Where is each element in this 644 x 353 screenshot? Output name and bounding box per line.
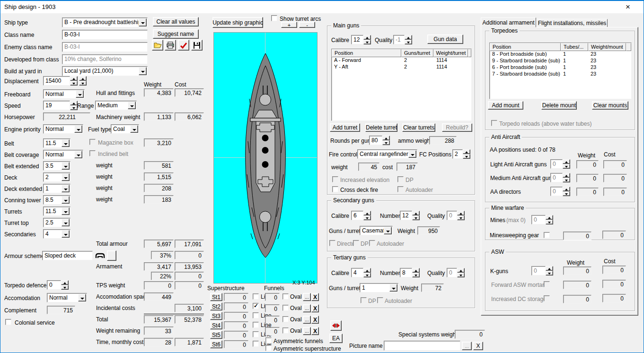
save-button[interactable] xyxy=(191,40,203,51)
tertiary-quality-stepper[interactable] xyxy=(457,268,465,277)
col-weight-turret[interactable]: Weight/turret xyxy=(433,49,468,57)
class-name-input[interactable]: B-03-I xyxy=(62,30,148,40)
mines-stepper[interactable] xyxy=(546,215,553,224)
st6-line-checkbox[interactable] xyxy=(253,341,259,347)
k-guns-stepper[interactable] xyxy=(546,266,553,276)
developed-from-input[interactable]: 10% change, Solferino xyxy=(62,54,148,64)
funnel4-oval-checkbox[interactable] xyxy=(282,327,289,334)
speed-input[interactable]: 19 xyxy=(43,101,70,110)
table-row[interactable]: 8 - Port broadside (sub) 1 23 xyxy=(490,51,631,58)
clear-mounts-button[interactable]: Clear mounts xyxy=(592,101,628,110)
belt-select[interactable]: 11.5 xyxy=(43,138,71,148)
tertiary-quality-input[interactable]: 0 xyxy=(447,268,457,277)
funnel2-oval-checkbox[interactable] xyxy=(282,305,289,311)
show-turret-arcs-checkbox[interactable] xyxy=(271,15,277,21)
zoom-out-button[interactable]: - xyxy=(299,22,315,28)
deck-select[interactable]: 2 xyxy=(43,172,71,182)
displacement-fine-stepper[interactable] xyxy=(79,76,87,86)
speed-stepper[interactable] xyxy=(70,101,78,110)
chevron-down-icon[interactable] xyxy=(62,139,70,147)
chevron-down-icon[interactable] xyxy=(62,173,70,181)
add-turret-button[interactable]: Add turret xyxy=(330,123,360,132)
chevron-down-icon[interactable] xyxy=(74,151,82,158)
medium-aa-input[interactable]: 0 xyxy=(550,173,563,182)
tertiary-calibre-stepper[interactable] xyxy=(363,268,371,277)
displacement-input[interactable]: 15400 xyxy=(43,76,70,86)
secondary-number-stepper[interactable] xyxy=(412,211,420,220)
delete-turret-button[interactable]: Delete turret xyxy=(365,123,397,132)
col-weight-mount[interactable]: Weight/mount xyxy=(588,43,626,51)
displacement-stepper[interactable] xyxy=(70,76,78,86)
update-ship-graphic-button[interactable]: Update ship graphic xyxy=(212,17,263,28)
col-tubes[interactable]: Tubes/... xyxy=(561,43,588,51)
table-row[interactable]: Y - Aft 2 1114 xyxy=(332,64,471,70)
chevron-down-icon[interactable] xyxy=(62,162,70,170)
accomodation-select[interactable]: Normal xyxy=(47,293,87,302)
fc-positions-stepper[interactable] xyxy=(463,149,470,159)
st2-line-checkbox[interactable]: ✓ xyxy=(253,303,259,309)
aa-directors-stepper[interactable] xyxy=(563,187,570,196)
tab-flight-installations[interactable]: Flight installations, missiles xyxy=(537,19,608,27)
chevron-down-icon[interactable] xyxy=(389,284,397,292)
main-calibre-stepper[interactable] xyxy=(363,35,371,44)
armour-scheme-button[interactable] xyxy=(107,250,116,261)
engine-priority-select[interactable]: Normal xyxy=(43,124,83,134)
chevron-down-icon[interactable] xyxy=(139,18,147,26)
validate-button[interactable] xyxy=(178,40,189,51)
secondary-guns-turret-select[interactable]: Casemate: xyxy=(360,226,393,235)
tab-additional-armament[interactable]: Additional armament xyxy=(481,17,536,27)
picture-browse-button[interactable]: ... xyxy=(462,342,472,350)
gun-data-button[interactable]: Gun data xyxy=(427,34,463,44)
enemy-class-input[interactable]: B-03-I xyxy=(62,42,148,52)
chevron-down-icon[interactable] xyxy=(130,125,138,133)
st1-line-checkbox[interactable] xyxy=(253,293,259,300)
deck-extended-select[interactable]: 1 xyxy=(43,184,71,193)
tertiary-number-input[interactable]: 8 xyxy=(400,268,412,277)
chevron-down-icon[interactable] xyxy=(384,227,392,234)
freeboard-select[interactable]: Normal xyxy=(43,89,85,99)
funnel2-edit-button[interactable]: ... xyxy=(303,304,311,312)
tertiary-calibre-input[interactable]: 4 xyxy=(351,268,363,277)
picture-clear-button[interactable]: X xyxy=(473,342,483,350)
suggest-name-button[interactable]: Suggest name xyxy=(153,29,199,39)
main-quality-input[interactable]: -1 xyxy=(393,35,405,44)
chevron-down-icon[interactable] xyxy=(139,67,147,75)
clear-turrets-button[interactable]: Clear turrets xyxy=(402,123,435,132)
table-row[interactable]: 9 - Starboard broadside (sub) 1 23 xyxy=(490,58,631,64)
medium-aa-stepper[interactable] xyxy=(563,173,570,182)
mines-input[interactable]: 0 xyxy=(531,215,546,224)
build-yard-select[interactable]: Local yard (21,000) xyxy=(62,66,148,76)
k-guns-input[interactable]: 0 xyxy=(531,266,546,276)
open-file-button[interactable] xyxy=(152,40,163,51)
chevron-down-icon[interactable] xyxy=(408,150,416,158)
chevron-down-icon[interactable] xyxy=(62,207,70,215)
funnel4-edit-button[interactable]: ... xyxy=(303,327,311,335)
funnel1-oval-checkbox[interactable] xyxy=(282,293,289,300)
st6-button[interactable]: St6 xyxy=(210,340,222,348)
funnel3-delete-button[interactable]: X xyxy=(311,316,319,324)
close-icon[interactable]: × xyxy=(626,2,630,12)
aa-directors-input[interactable]: 0 xyxy=(550,187,563,196)
cross-deck-fire-checkbox[interactable] xyxy=(332,186,338,192)
add-mount-button[interactable]: Add mount xyxy=(488,101,523,110)
belt-coverage-select[interactable]: Normal xyxy=(43,150,83,159)
funnel2-delete-button[interactable]: X xyxy=(311,304,319,312)
clear-all-values-button[interactable]: Clear all values xyxy=(153,17,199,26)
funnel3-edit-button[interactable]: ... xyxy=(303,316,311,324)
turret-top-select[interactable]: 2.5 xyxy=(43,218,71,227)
range-select[interactable]: Medium xyxy=(95,101,137,110)
ship-type-select[interactable]: B - Pre dreadnought battleship xyxy=(62,17,148,27)
table-row[interactable]: A - Forward 2 1114 xyxy=(332,57,471,64)
chevron-down-icon[interactable] xyxy=(62,185,70,192)
funnel1-edit-button[interactable]: ... xyxy=(303,293,311,301)
fire-control-select[interactable]: Central rangefinder xyxy=(357,149,417,159)
table-row[interactable]: 7 - Starboard broadside (sub) 1 23 xyxy=(490,71,631,77)
print-button[interactable] xyxy=(165,40,176,51)
tertiary-guns-turret-select[interactable]: 1 xyxy=(360,283,398,293)
rounds-stepper[interactable] xyxy=(382,136,390,145)
colonial-service-checkbox[interactable] xyxy=(5,319,11,325)
secondaries-armour-select[interactable]: 4 xyxy=(43,229,71,239)
chevron-down-icon[interactable] xyxy=(74,125,82,133)
conning-tower-select[interactable]: 8.5 xyxy=(43,195,71,205)
turrets-armour-select[interactable]: 11.5 xyxy=(43,207,71,216)
